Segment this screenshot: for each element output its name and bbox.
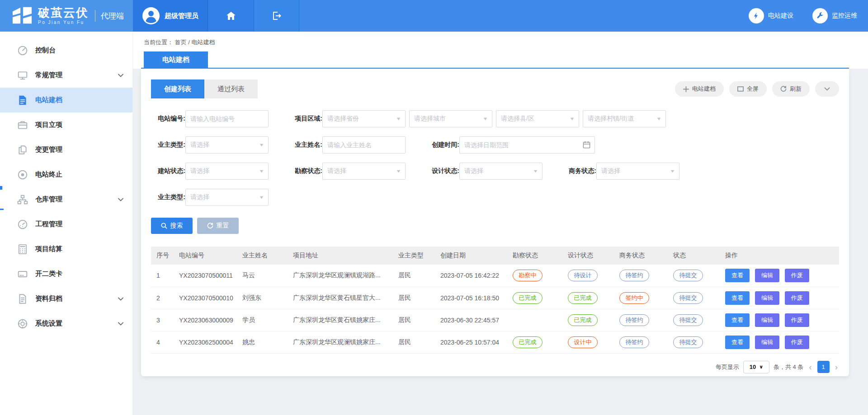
per-page-select[interactable]: 10 ∨	[743, 361, 769, 373]
sidebar-item-station-archive[interactable]: 电站建档	[0, 88, 132, 112]
status-badge: 已完成	[513, 336, 542, 348]
breadcrumb-prefix: 当前位置：	[144, 39, 173, 46]
void-button[interactable]: 作废	[785, 336, 809, 349]
cell-owner-name: 姚忠	[237, 331, 288, 353]
filter-business-status: 商务状态: 请选择 ▼	[562, 163, 683, 180]
sidebar-item-project-initiation[interactable]: 项目立项	[0, 112, 132, 137]
cell-station-code: YX2023062500004	[174, 331, 237, 353]
cell-owner-type: 居民	[393, 287, 435, 309]
county-select[interactable]: 请选择县/区 ▼	[496, 110, 579, 127]
select-caret-icon: ▼	[670, 169, 675, 173]
survey-status-select[interactable]: 请选择 ▼	[322, 163, 406, 180]
cell-owner-type: 居民	[393, 265, 435, 287]
view-button[interactable]: 查看	[725, 269, 750, 282]
edit-button[interactable]: 编辑	[755, 291, 779, 305]
city-select[interactable]: 请选择城市 ▼	[409, 110, 492, 127]
pagination-total: 条，共 4 条	[774, 363, 803, 371]
select-caret-icon: ▼	[396, 169, 401, 173]
main-content: 当前位置： 首页 / 电站建档 电站建档 创建列表 通过列表 电站建档 全	[133, 32, 868, 415]
toolbar-actions: 电站建档 全屏 刷新	[675, 81, 839, 97]
edit-button[interactable]: 编辑	[755, 336, 779, 349]
table-row: 3 YX2023063000009 学员 广东深圳龙华区黄石镇姚家庄... 居民…	[151, 309, 839, 331]
col-index: 序号	[151, 247, 174, 265]
col-created: 创建日期	[435, 247, 507, 265]
lightning-icon	[749, 8, 764, 23]
view-button[interactable]: 查看	[725, 336, 750, 349]
status-badge: 已完成	[568, 292, 598, 304]
cell-address: 广东深圳龙华区黄石镇姚家庄...	[288, 309, 393, 331]
user-menu[interactable]: 超级管理员	[133, 0, 208, 32]
filter-row-3: 建站状态: 请选择 ▼ 勘察状态: 请选择 ▼ 设计状态:	[151, 163, 839, 180]
date-range-input[interactable]	[459, 136, 595, 154]
logo-text: 破茧云伏 Po Jian Yun Fu	[38, 7, 89, 25]
breadcrumb-home-link[interactable]: 首页	[175, 39, 187, 46]
status-badge: 待提交	[673, 314, 703, 326]
filter-row-4: 业主类型: 请选择 ▼	[151, 189, 839, 206]
filter-design-status: 设计状态: 请选择 ▼	[425, 163, 562, 180]
quick-link-monitor-ops[interactable]: 监控运维	[812, 8, 857, 23]
tab-create-list[interactable]: 创建列表	[151, 79, 204, 98]
cell-station-code: YX2023070500010	[174, 287, 237, 309]
chevron-down-icon	[118, 198, 123, 201]
edit-button[interactable]: 编辑	[755, 313, 779, 327]
fullscreen-icon	[737, 86, 744, 92]
logout-button[interactable]	[254, 0, 299, 32]
calendar-icon[interactable]	[583, 141, 590, 149]
fullscreen-button[interactable]: 全屏	[729, 81, 767, 97]
sidebar-item-console[interactable]: 控制台	[0, 38, 132, 63]
tab-passed-list[interactable]: 通过列表	[204, 79, 258, 98]
sidebar-item-open-type2-card[interactable]: 开二类卡	[0, 261, 132, 286]
sidebar-item-data-archive[interactable]: 资料归档	[0, 286, 132, 311]
business-status-select[interactable]: 请选择 ▼	[596, 163, 679, 180]
chevron-down-icon	[824, 87, 830, 91]
void-button[interactable]: 作废	[785, 313, 809, 327]
sidebar-item-system-settings[interactable]: 系统设置	[0, 311, 132, 336]
prev-page-icon[interactable]: ‹	[807, 363, 813, 371]
void-button[interactable]: 作废	[785, 269, 809, 282]
province-select[interactable]: 请选择省份 ▼	[322, 110, 406, 127]
view-button[interactable]: 查看	[725, 291, 750, 305]
cell-created: 2023-07-05 16:42:22	[435, 265, 507, 287]
sidebar-item-warehouse-mgmt[interactable]: 仓库管理	[0, 187, 132, 212]
station-code-input[interactable]	[185, 110, 269, 127]
cell-index: 3	[151, 309, 174, 331]
page-number[interactable]: 1	[817, 361, 830, 373]
sidebar-item-engineering-mgmt[interactable]: 工程管理	[0, 212, 132, 237]
cell-owner-name: 马云	[237, 265, 288, 287]
sidebar-item-general-mgmt[interactable]: 常规管理	[0, 63, 132, 88]
sidebar-item-station-termination[interactable]: 电站终止	[0, 162, 132, 187]
town-select[interactable]: 请选择村镇/街道 ▼	[583, 110, 666, 127]
status-badge: 已完成	[513, 292, 542, 304]
cell-survey-empty	[507, 309, 562, 331]
status-badge: 待设计	[568, 270, 598, 281]
sidebar-item-change-mgmt[interactable]: 变更管理	[0, 137, 132, 162]
cell-created: 2023-06-30 22:45:57	[435, 309, 507, 331]
pagination: 每页显示 10 ∨ 条，共 4 条 ‹ 1 ›	[151, 361, 839, 373]
status-badge: 已完成	[568, 314, 598, 326]
chevron-down-icon	[118, 74, 123, 77]
status-badge: 签约中	[619, 292, 649, 304]
home-button[interactable]	[208, 0, 254, 32]
owner-type-select[interactable]: 请选择 ▼	[185, 136, 269, 154]
reset-button[interactable]: 重置	[197, 218, 239, 234]
search-button[interactable]: 搜索	[151, 218, 193, 234]
owner-name-input[interactable]	[322, 136, 406, 154]
design-status-select[interactable]: 请选择 ▼	[459, 163, 542, 180]
sidebar-item-project-settlement[interactable]: 项目结算	[0, 237, 132, 261]
next-page-icon[interactable]: ›	[834, 363, 839, 371]
refresh-button[interactable]: 刷新	[772, 81, 810, 97]
owner-type2-select[interactable]: 请选择 ▼	[185, 189, 269, 206]
quick-link-station-build[interactable]: 电站建设	[749, 8, 793, 23]
void-button[interactable]: 作废	[785, 291, 809, 305]
page-tab-station-archive[interactable]: 电站建档	[144, 51, 208, 68]
edit-button[interactable]: 编辑	[755, 269, 779, 282]
select-caret-icon: ▼	[569, 117, 575, 121]
table-row: 4 YX2023062500004 姚忠 广东深圳龙华区观澜镇姚家庄... 居民…	[151, 331, 839, 353]
view-button[interactable]: 查看	[725, 313, 750, 327]
avatar	[142, 7, 160, 25]
sitemap-icon	[17, 194, 28, 205]
cell-index: 1	[151, 265, 174, 287]
collapse-toggle-button[interactable]	[815, 81, 839, 97]
build-status-select[interactable]: 请选择 ▼	[185, 163, 269, 180]
add-station-button[interactable]: 电站建档	[675, 81, 724, 97]
